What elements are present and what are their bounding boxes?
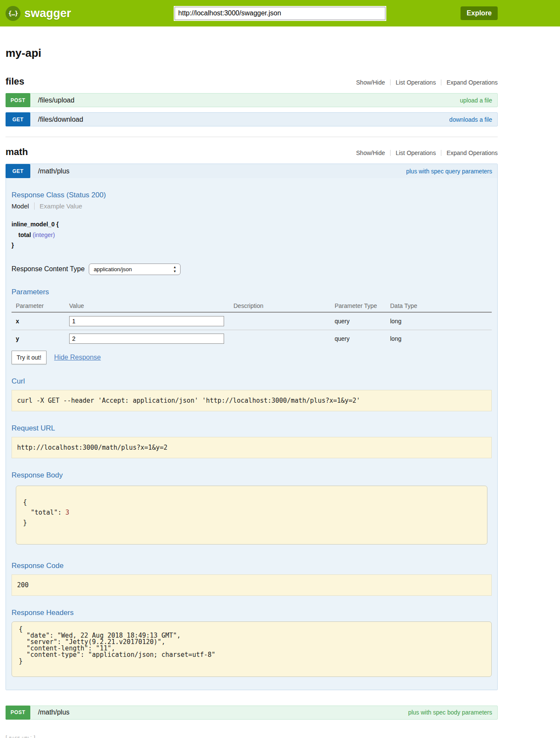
model-property-type: (integer) (32, 231, 55, 238)
request-url-heading: Request URL (12, 424, 492, 433)
op-get-math-plus-detail: Response Class (Status 200) Model Exampl… (6, 178, 497, 690)
actions-row: Try it out! Hide Response (12, 351, 492, 364)
response-class-tabs: Model Example Value (12, 202, 492, 210)
post-method-badge: POST (6, 93, 30, 107)
math-show-hide-link[interactable]: Show/Hide (356, 149, 385, 156)
response-content-type-label: Response Content Type (12, 265, 85, 273)
col-header-value: Value (65, 300, 229, 312)
model-signature-open: inline_model_0 { (12, 219, 492, 230)
swagger-logo-text: swagger (24, 7, 71, 20)
curl-command-block: curl -X GET --header 'Accept: applicatio… (12, 390, 492, 411)
vertical-divider (390, 79, 391, 85)
section-files-header: files Show/Hide List Operations Expand O… (6, 76, 498, 87)
files-list-operations-link[interactable]: List Operations (396, 79, 436, 86)
param-y-data-type: long (386, 330, 492, 347)
response-body-block: { "total": 3 } (16, 486, 487, 545)
swagger-url-input[interactable] (175, 7, 385, 20)
section-files: files Show/Hide List Operations Expand O… (6, 76, 498, 126)
col-header-parameter: Parameter (12, 300, 65, 312)
response-headers-json: { "date": "Wed, 22 Aug 2018 18:49:13 GMT… (19, 626, 484, 665)
param-row-y: y query long (12, 330, 492, 347)
param-y-name: y (12, 330, 65, 347)
section-files-heading: files (6, 76, 24, 87)
col-header-description: Description (229, 300, 330, 312)
response-code-heading: Response Code (12, 562, 492, 570)
section-math-header: math Show/Hide List Operations Expand Op… (6, 146, 498, 158)
files-show-hide-link[interactable]: Show/Hide (356, 79, 385, 86)
response-class-heading: Response Class (Status 200) (12, 191, 492, 199)
tab-model[interactable]: Model (12, 202, 34, 210)
curl-heading: Curl (12, 377, 492, 386)
response-body-json-close: } (23, 519, 27, 527)
vertical-divider (441, 150, 441, 156)
op-get-math-plus-expanded: GET /math/plus plus with spec query para… (6, 164, 498, 690)
op-row-get-files-download[interactable]: GET /files/download downloads a file (6, 112, 498, 126)
top-bar-inner: {…} swagger Explore (6, 0, 498, 26)
response-headers-block: { "date": "Wed, 22 Aug 2018 18:49:13 GMT… (12, 621, 492, 677)
api-title: my-api (6, 47, 498, 60)
op-summary-math-plus-get[interactable]: plus with spec query parameters (406, 168, 497, 175)
section-math: math Show/Hide List Operations Expand Op… (6, 137, 498, 720)
parameters-header-row: Parameter Value Description Parameter Ty… (12, 300, 492, 312)
col-header-data-type: Data Type (386, 300, 492, 312)
try-it-out-button[interactable]: Try it out! (12, 351, 47, 364)
op-summary-math-plus-post[interactable]: plus with spec body parameters (408, 709, 497, 716)
op-path-math-plus-post[interactable]: /math/plus (38, 709, 70, 716)
response-body-json: { "total": (23, 498, 65, 516)
select-arrows-icon: ▲▼ (173, 265, 176, 274)
math-expand-operations-link[interactable]: Expand Operations (446, 149, 498, 156)
model-signature-close: } (12, 240, 492, 251)
param-y-value-input[interactable] (69, 334, 224, 344)
response-content-type-select[interactable]: application/json ▲▼ (89, 264, 181, 275)
section-math-controls: Show/Hide List Operations Expand Operati… (356, 149, 498, 156)
vertical-divider (441, 79, 441, 85)
base-url-label: [ base url: ] (6, 734, 498, 738)
op-summary-files-upload[interactable]: upload a file (460, 97, 497, 104)
top-bar: {…} swagger Explore (0, 0, 560, 26)
response-headers-heading: Response Headers (12, 609, 492, 617)
op-row-post-files-upload[interactable]: POST /files/upload upload a file (6, 93, 498, 107)
param-x-value-input[interactable] (69, 316, 224, 326)
model-property-name: total (18, 231, 31, 238)
op-row-get-math-plus[interactable]: GET /math/plus plus with spec query para… (6, 164, 497, 178)
main-content: my-api files Show/Hide List Operations E… (6, 26, 498, 738)
param-x-name: x (12, 312, 65, 330)
swagger-logo[interactable]: {…} swagger (6, 6, 71, 21)
response-body-heading: Response Body (12, 471, 492, 480)
swagger-braces-icon: {…} (6, 6, 20, 21)
model-signature: inline_model_0 { total (integer) } (12, 219, 492, 251)
section-math-heading: math (6, 146, 28, 158)
files-expand-operations-link[interactable]: Expand Operations (446, 79, 498, 86)
param-x-type: query (330, 312, 386, 330)
request-url-block: http://localhost:3000/math/plus?x=1&y=2 (12, 437, 492, 458)
op-row-post-math-plus[interactable]: POST /math/plus plus with spec body para… (6, 706, 498, 720)
parameters-heading: Parameters (12, 288, 492, 296)
section-files-controls: Show/Hide List Operations Expand Operati… (356, 79, 498, 86)
response-content-type-value: application/json (93, 266, 132, 272)
param-x-data-type: long (386, 312, 492, 330)
param-x-description (229, 312, 330, 330)
op-path-files-upload[interactable]: /files/upload (38, 97, 74, 104)
response-code-block: 200 (12, 574, 492, 596)
hide-response-link[interactable]: Hide Response (54, 354, 101, 361)
parameters-table: Parameter Value Description Parameter Ty… (12, 300, 492, 347)
get-method-badge: GET (6, 164, 30, 178)
op-path-files-download[interactable]: /files/download (38, 116, 83, 123)
op-summary-files-download[interactable]: downloads a file (449, 116, 497, 123)
param-y-type: query (330, 330, 386, 347)
param-row-x: x query long (12, 312, 492, 330)
op-path-math-plus-get[interactable]: /math/plus (38, 167, 70, 175)
response-body-number: 3 (65, 509, 69, 516)
param-y-description (229, 330, 330, 347)
col-header-parameter-type: Parameter Type (330, 300, 386, 312)
post-method-badge: POST (6, 706, 30, 720)
math-list-operations-link[interactable]: List Operations (396, 149, 436, 156)
model-property: total (integer) (12, 230, 492, 240)
explore-button[interactable]: Explore (461, 6, 498, 20)
tab-example-value[interactable]: Example Value (34, 202, 82, 210)
vertical-divider (390, 150, 391, 156)
get-method-badge: GET (6, 112, 30, 126)
response-content-type-row: Response Content Type application/json ▲… (12, 264, 492, 275)
